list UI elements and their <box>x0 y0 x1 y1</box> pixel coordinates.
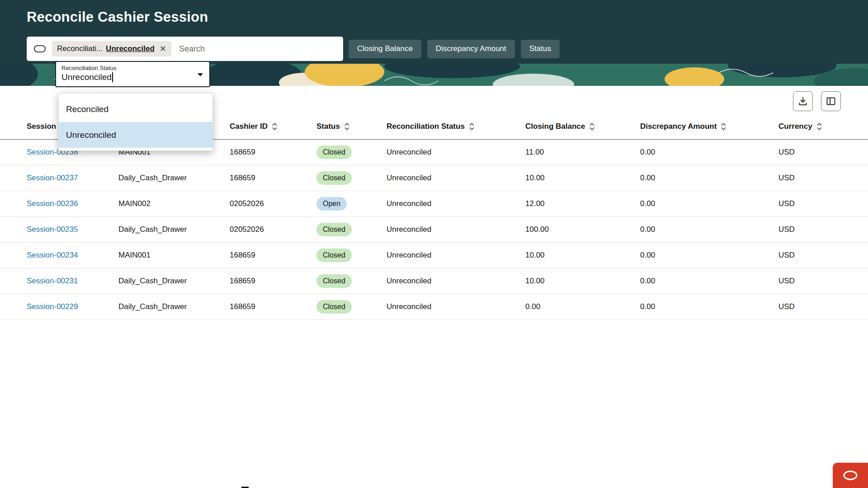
filter-pill[interactable]: Discrepancy Amount <box>427 40 515 58</box>
column-header[interactable]: Cashier ID <box>230 122 316 131</box>
column-header-label: Reconciliation Status <box>387 122 465 131</box>
filter-chip-reconciliation-status[interactable]: Reconciliati... Unreconciled ✕ <box>52 41 171 56</box>
filter-chip-field: Reconciliati... <box>57 44 103 53</box>
column-header-label: Status <box>316 122 340 131</box>
filter-toggle-icon[interactable] <box>33 44 47 53</box>
closing-balance-cell: 100.00 <box>525 225 640 234</box>
closing-balance-cell: 10.00 <box>525 277 640 286</box>
discrepancy-amount-cell: 0.00 <box>640 302 778 311</box>
chat-launcher-button[interactable] <box>833 463 868 488</box>
currency-cell: USD <box>778 199 868 208</box>
column-header[interactable]: Currency <box>778 122 868 131</box>
table-row: Session-00229 Daily_Cash_Drawer 168659 C… <box>0 294 868 320</box>
table-columns-icon <box>826 96 836 107</box>
search-bar[interactable]: Reconciliati... Unreconciled ✕ Search <box>27 37 343 61</box>
cash-drawer-cell: MAIN002 <box>118 199 230 208</box>
status-badge: Closed <box>316 171 352 185</box>
currency-cell: USD <box>778 251 868 260</box>
status-badge: Closed <box>316 223 352 236</box>
cash-drawer-cell: Daily_Cash_Drawer <box>118 277 230 286</box>
table-row: Session-00231 Daily_Cash_Drawer 168659 C… <box>0 268 868 294</box>
closing-balance-cell: 10.00 <box>525 251 640 260</box>
reconciliation-status-cell: Unreconciled <box>387 148 525 157</box>
text-cursor <box>112 72 113 82</box>
status-badge: Closed <box>316 274 352 288</box>
search-input[interactable]: Search <box>179 44 205 54</box>
reconciliation-status-cell: Unreconciled <box>387 251 525 260</box>
status-badge: Open <box>316 197 347 211</box>
discrepancy-amount-cell: 0.00 <box>640 277 778 286</box>
column-header[interactable]: Closing Balance <box>525 122 640 131</box>
reconciliation-status-cell: Unreconciled <box>387 199 525 208</box>
cash-drawer-cell: Daily_Cash_Drawer <box>118 174 230 183</box>
reconciliation-status-cell: Unreconciled <box>387 277 525 286</box>
session-link[interactable]: Session-00235 <box>27 225 118 234</box>
column-header[interactable]: Status <box>316 122 387 131</box>
filter-pill[interactable]: Closing Balance <box>349 40 421 58</box>
cash-drawer-cell: Daily_Cash_Drawer <box>118 302 230 311</box>
session-link[interactable]: Session-00229 <box>27 302 118 311</box>
cash-drawer-cell: MAIN001 <box>118 251 230 260</box>
reconcile-cashier-session-page: Reconcile Cashier Session Reconciliati..… <box>0 0 868 488</box>
menu-option[interactable]: Reconciled <box>59 96 212 122</box>
session-link[interactable]: Session-00236 <box>27 199 118 208</box>
cash-drawer-cell: Daily_Cash_Drawer <box>118 225 230 234</box>
chip-remove-icon[interactable]: ✕ <box>160 44 166 54</box>
sort-icon[interactable] <box>589 122 595 131</box>
sort-icon[interactable] <box>816 122 822 131</box>
cashier-id-cell: 168659 <box>230 174 316 183</box>
cashier-id-cell: 168659 <box>230 302 316 311</box>
sort-icon[interactable] <box>469 122 475 131</box>
discrepancy-amount-cell: 0.00 <box>640 225 778 234</box>
menu-option[interactable]: Unreconciled <box>59 122 212 148</box>
field-value: Unreconciled <box>61 72 112 82</box>
status-badge: Closed <box>316 145 352 159</box>
session-link[interactable]: Session-00234 <box>27 251 118 260</box>
column-header[interactable]: Discrepancy Amount <box>640 122 778 131</box>
cashier-id-cell: 168659 <box>230 148 316 157</box>
reconciliation-status-cell: Unreconciled <box>387 302 525 311</box>
closing-balance-cell: 0.00 <box>525 302 640 311</box>
field-label: Reconciliation Status <box>61 65 204 71</box>
download-icon <box>797 96 808 107</box>
reconciliation-status-field[interactable]: Reconciliation Status Unreconciled <box>55 61 210 87</box>
table-row: Session-00237 Daily_Cash_Drawer 168659 C… <box>0 165 868 191</box>
table-row: Session-00235 Daily_Cash_Drawer 02052026… <box>0 217 868 243</box>
status-badge: Closed <box>316 249 352 262</box>
column-header-label: Discrepancy Amount <box>640 122 717 131</box>
currency-cell: USD <box>778 302 868 311</box>
column-header[interactable]: Reconciliation Status <box>387 122 525 131</box>
cashier-id-cell: 168659 <box>230 277 316 286</box>
discrepancy-amount-cell: 0.00 <box>640 199 778 208</box>
cashier-id-cell: 168659 <box>230 251 316 260</box>
status-badge: Closed <box>316 300 352 314</box>
sort-icon[interactable] <box>272 122 278 131</box>
table-row: Session-00234 MAIN001 168659 Closed Unre… <box>0 243 868 268</box>
filter-pill[interactable]: Status <box>521 40 560 58</box>
currency-cell: USD <box>778 174 868 183</box>
quick-filter-pills: Closing Balance Discrepancy Amount Statu… <box>349 40 560 58</box>
column-header-label: Closing Balance <box>525 122 585 131</box>
reconciliation-status-cell: Unreconciled <box>387 174 525 183</box>
sort-icon[interactable] <box>344 122 350 131</box>
page-header: Reconcile Cashier Session Reconciliati..… <box>0 0 868 64</box>
currency-cell: USD <box>778 277 868 286</box>
reconciliation-status-menu: Reconciled Unreconciled <box>58 93 213 151</box>
chat-bubble-icon <box>841 469 859 481</box>
cashier-id-cell: 02052026 <box>230 225 316 234</box>
page-title: Reconcile Cashier Session <box>27 9 208 25</box>
currency-cell: USD <box>778 148 868 157</box>
closing-balance-cell: 12.00 <box>525 199 640 208</box>
discrepancy-amount-cell: 0.00 <box>640 251 778 260</box>
column-header-label: Cashier ID <box>230 122 268 131</box>
sort-icon[interactable] <box>721 122 726 131</box>
currency-cell: USD <box>778 225 868 234</box>
session-link[interactable]: Session-00237 <box>27 174 118 183</box>
discrepancy-amount-cell: 0.00 <box>640 148 778 157</box>
dropdown-arrow-icon[interactable] <box>198 73 203 76</box>
manage-columns-button[interactable] <box>821 91 841 111</box>
download-button[interactable] <box>793 91 813 111</box>
session-link[interactable]: Session-00231 <box>27 277 118 286</box>
discrepancy-amount-cell: 0.00 <box>640 174 778 183</box>
closing-balance-cell: 11.00 <box>525 148 640 157</box>
